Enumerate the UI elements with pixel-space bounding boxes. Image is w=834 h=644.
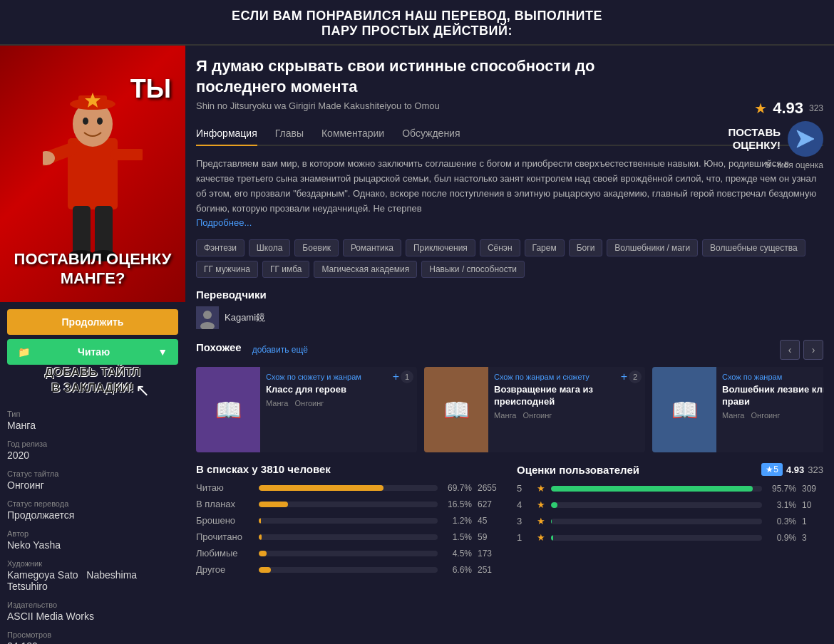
meta-translation: Статус перевода Продолжается [7,499,178,521]
poster-image: ТЫ ПОСТАВИЛ ОЦЕНКУ МАНГЕ? [0,46,185,302]
next-arrow[interactable]: › [803,340,823,360]
rating-stat-label: 4 [517,499,531,510]
tag-item[interactable]: Сёнэн [480,239,520,256]
list-stat-count: 173 [478,549,503,559]
prev-arrow[interactable]: ‹ [780,340,800,360]
tag-item[interactable]: Приключения [406,239,475,256]
rating-stat-row: 5 ★ 95.7% 309 [517,483,823,494]
rating-percent: 0.9% [768,533,796,543]
similar-cover-1: 📖 [424,367,488,452]
add-similar-btn-1[interactable]: + [621,370,627,383]
top-banner: ЕСЛИ ВАМ ПОНРАВИЛСЯ НАШ ПЕРЕВОД, ВЫПОЛНИ… [0,0,834,46]
title-area: Я думаю скрывать свои истинные способнос… [196,56,823,111]
meta-status: Статус тайтла Онгоинг [7,469,178,491]
tag-item[interactable]: Боевик [294,239,339,256]
ratings-stats: Оценки пользователей ★5 4.93 323 5 ★ 95.… [517,463,823,581]
rating-count-val: 1 [802,516,823,526]
list-stat-percent: 4.5% [443,549,472,559]
rating-percent: 0.3% [768,516,796,526]
rate-icon[interactable] [788,121,823,157]
list-stat-percent: 6.6% [443,565,472,575]
rate-label: ПОСТАВЬОЦЕНКУ! [728,126,781,152]
tag-item[interactable]: Волшебные существа [702,239,805,256]
similar-type-badge-0: Схож по сюжету и жанрам [266,373,411,381]
similar-title-0: Класс для героев [266,384,411,396]
similar-header: Похожее добавить ещё ‹ › [196,340,823,360]
nav-arrows: ‹ › [780,340,823,360]
list-stat-bar-container [259,485,438,491]
tab-comments[interactable]: Комментарии [321,122,384,146]
read-label: Читаю [78,346,110,358]
chevron-down-icon: ▼ [158,346,168,358]
list-stat-count: 627 [478,499,503,509]
lists-stats: В списках у 3810 человек Читаю 69.7% 265… [196,463,503,581]
rating-star-icon: ★ [537,532,545,543]
ratings-count: 323 [808,464,823,475]
list-stat-percent: 69.7% [443,483,472,493]
svg-rect-11 [95,206,113,256]
meta-year: Год релиза 2020 [7,440,178,461]
rating-bar-container [551,502,762,508]
translator-item: Kagami鏡 [196,306,823,329]
tab-discussions[interactable]: Обсуждения [402,122,460,146]
translator-avatar [196,306,219,329]
tag-item[interactable]: Боги [569,239,603,256]
list-stat-bar-container [259,551,438,556]
add-similar-btn-0[interactable]: + [393,370,399,383]
read-more[interactable]: Подробнее... [196,217,252,228]
meta-artist: Художник Kamegoya Sato Nabeshima Tetsuhi… [7,559,178,592]
list-stat-row: Брошено 1.2% 45 [196,515,503,526]
list-stat-label: Другое [196,564,253,575]
list-stat-row: В планах 16.5% 627 [196,499,503,509]
tag-item[interactable]: Волшебники / маги [607,239,698,256]
bookmark-overlay: ДОБАВЬ ТАЙТЛ В ЗАКЛАДКИ! [0,361,185,399]
soviet-figure [43,74,143,274]
tab-info[interactable]: Информация [196,122,257,146]
list-stat-label: Прочитано [196,531,253,542]
tag-item[interactable]: Гарем [525,239,565,256]
tag-item[interactable]: Школа [249,239,290,256]
svg-point-6 [97,118,103,125]
rating-stat-label: 1 [517,532,531,543]
tag-item[interactable]: Романтика [343,239,401,256]
list-stat-bar [259,502,288,507]
svg-point-5 [83,118,88,125]
list-stat-percent: 16.5% [443,499,472,509]
tab-chapters[interactable]: Главы [275,122,304,146]
send-icon [796,129,815,149]
tag-item[interactable]: Магическая академия [314,261,417,278]
similar-items: 📖 Схож по сюжету и жанрам Класс для геро… [196,367,823,452]
tag-item[interactable]: Навыки / способности [421,261,525,278]
list-stat-count: 45 [478,516,503,526]
translators-title: Переводчики [196,289,823,301]
rating-bar [551,486,753,492]
list-stat-row: Другое 6.6% 251 [196,564,503,575]
rating-star-icon: ★ [537,499,545,510]
ratings-stats-header: Оценки пользователей ★5 4.93 323 [517,463,823,476]
folder-icon: 📁 [18,346,30,358]
translator-name[interactable]: Kagami鏡 [225,311,265,324]
tag-item[interactable]: Фэнтези [196,239,244,256]
similar-title-1: Возвращение мага из преисподней [494,384,639,408]
similar-item[interactable]: 📖 Схож по жанрам и сюжету Возвращение ма… [424,367,645,452]
list-stat-bar-container [259,534,438,540]
tag-item[interactable]: ГГ мужчина [196,261,258,278]
similar-item[interactable]: 📖 Схож по сюжету и жанрам Класс для геро… [196,367,417,452]
rate-button-area: ПОСТАВЬОЦЕНКУ! [728,121,823,157]
svg-marker-14 [797,130,814,147]
rating-percent: 3.1% [768,500,796,510]
main-layout: ТЫ ПОСТАВИЛ ОЦЕНКУ МАНГЕ? Продолжить 📁 Ч… [0,46,834,644]
tag-item[interactable]: ГГ имба [262,261,309,278]
list-stat-count: 251 [478,565,503,575]
add-more-button[interactable]: добавить ещё [252,345,308,355]
list-stat-row: Любимые 4.5% 173 [196,548,503,559]
rating-stat-row: 3 ★ 0.3% 1 [517,516,823,526]
list-stat-bar-container [259,567,438,573]
similar-item[interactable]: 📖 Схож по жанрам Волшебник лезвие клинка… [652,367,823,452]
rating-star-icon: ★ [537,516,545,526]
list-stat-bar [259,485,383,491]
similar-info-2: Схож по жанрам Волшебник лезвие клинка п… [716,367,823,452]
list-stat-bar [259,567,271,573]
continue-button[interactable]: Продолжить [7,309,178,335]
read-button[interactable]: 📁 Читаю ▼ [7,339,178,365]
